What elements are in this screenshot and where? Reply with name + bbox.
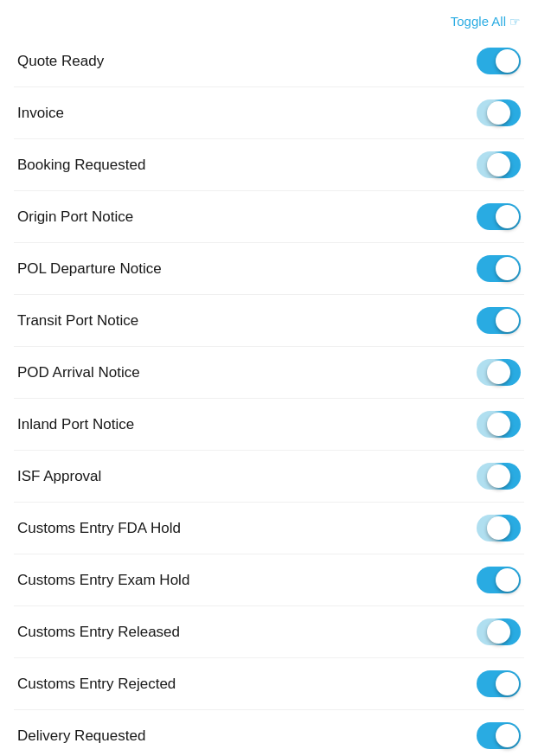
toggle-isf-approval[interactable] xyxy=(477,463,521,490)
toggle-slider-customs-entry-released xyxy=(477,618,521,645)
toggle-customs-entry-rejected[interactable] xyxy=(477,670,521,697)
list-item-customs-entry-fda-hold: Customs Entry FDA Hold xyxy=(14,503,524,554)
toggle-slider-quote-ready xyxy=(477,48,521,74)
list-item-pol-departure-notice: POL Departure Notice xyxy=(14,243,524,295)
toggle-slider-customs-entry-exam-hold xyxy=(477,567,521,593)
toggle-all-button[interactable]: Toggle All ☞ xyxy=(451,14,521,29)
toggle-slider-pol-departure-notice xyxy=(477,255,521,282)
toggle-slider-isf-approval xyxy=(477,463,521,490)
toggle-slider-inland-port-notice xyxy=(477,411,521,438)
list-item-isf-approval: ISF Approval xyxy=(14,451,524,503)
toggle-customs-entry-exam-hold[interactable] xyxy=(477,567,521,593)
toggle-booking-requested[interactable] xyxy=(477,151,521,178)
toggle-origin-port-notice[interactable] xyxy=(477,203,521,230)
label-customs-entry-fda-hold: Customs Entry FDA Hold xyxy=(17,520,181,537)
list-item-booking-requested: Booking Requested xyxy=(14,139,524,191)
toggle-transit-port-notice[interactable] xyxy=(477,307,521,334)
toggle-pol-departure-notice[interactable] xyxy=(477,255,521,282)
list-item-invoice: Invoice xyxy=(14,87,524,139)
label-transit-port-notice: Transit Port Notice xyxy=(17,312,138,330)
list-item-quote-ready: Quote Ready xyxy=(14,35,524,87)
label-invoice: Invoice xyxy=(17,105,64,122)
toggle-slider-delivery-requested xyxy=(477,722,521,749)
label-pod-arrival-notice: POD Arrival Notice xyxy=(17,364,140,381)
notification-items-list: Quote ReadyInvoiceBooking RequestedOrigi… xyxy=(14,35,524,756)
label-booking-requested: Booking Requested xyxy=(17,157,145,174)
list-item-customs-entry-exam-hold: Customs Entry Exam Hold xyxy=(14,554,524,606)
toggle-slider-booking-requested xyxy=(477,151,521,178)
toggle-customs-entry-fda-hold[interactable] xyxy=(477,515,521,541)
toggle-slider-origin-port-notice xyxy=(477,203,521,230)
list-item-customs-entry-rejected: Customs Entry Rejected xyxy=(14,658,524,710)
label-inland-port-notice: Inland Port Notice xyxy=(17,416,134,433)
list-item-pod-arrival-notice: POD Arrival Notice xyxy=(14,347,524,399)
label-customs-entry-rejected: Customs Entry Rejected xyxy=(17,676,176,693)
cursor-icon: ☞ xyxy=(509,15,521,29)
label-customs-entry-exam-hold: Customs Entry Exam Hold xyxy=(17,572,189,589)
toggle-all-row: Toggle All ☞ xyxy=(14,0,524,35)
list-item-customs-entry-released: Customs Entry Released xyxy=(14,606,524,658)
list-item-origin-port-notice: Origin Port Notice xyxy=(14,191,524,243)
label-quote-ready: Quote Ready xyxy=(17,53,104,70)
toggle-quote-ready[interactable] xyxy=(477,48,521,74)
toggle-slider-customs-entry-fda-hold xyxy=(477,515,521,541)
toggle-all-label: Toggle All xyxy=(451,14,506,29)
toggle-slider-customs-entry-rejected xyxy=(477,670,521,697)
label-pol-departure-notice: POL Departure Notice xyxy=(17,260,162,278)
toggle-inland-port-notice[interactable] xyxy=(477,411,521,438)
label-delivery-requested: Delivery Requested xyxy=(17,727,145,745)
toggle-slider-transit-port-notice xyxy=(477,307,521,334)
toggle-invoice[interactable] xyxy=(477,99,521,126)
list-item-delivery-requested: Delivery Requested xyxy=(14,710,524,756)
toggle-delivery-requested[interactable] xyxy=(477,722,521,749)
toggle-customs-entry-released[interactable] xyxy=(477,618,521,645)
notification-settings-container: Toggle All ☞ Quote ReadyInvoiceBooking R… xyxy=(0,0,538,756)
label-origin-port-notice: Origin Port Notice xyxy=(17,208,133,226)
list-item-transit-port-notice: Transit Port Notice xyxy=(14,295,524,347)
label-isf-approval: ISF Approval xyxy=(17,468,101,485)
toggle-slider-invoice xyxy=(477,99,521,126)
list-item-inland-port-notice: Inland Port Notice xyxy=(14,399,524,451)
label-customs-entry-released: Customs Entry Released xyxy=(17,624,180,641)
toggle-pod-arrival-notice[interactable] xyxy=(477,359,521,386)
toggle-slider-pod-arrival-notice xyxy=(477,359,521,386)
